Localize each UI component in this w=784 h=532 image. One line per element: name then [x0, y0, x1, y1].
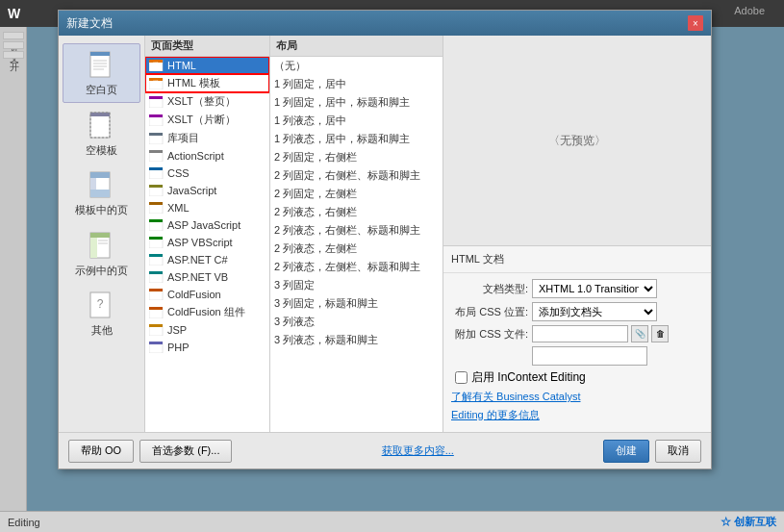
page-type-asp-vbs-label: ASP VBScript: [167, 237, 233, 248]
html-template-file-icon: HTML: [149, 78, 164, 89]
attach-css-browse-button[interactable]: 📎: [631, 325, 648, 342]
layout-list[interactable]: （无） 1 列固定，居中 1 列固定，居中，标题和脚主 1 列液态，居中 1 列…: [270, 57, 443, 432]
layout-3col-fixed[interactable]: 3 列固定: [270, 276, 443, 294]
status-logo: ☆ 创新互联: [721, 515, 776, 529]
editing-link[interactable]: Editing 的更多信息: [451, 408, 540, 422]
layout-1col-fluid-center-hf[interactable]: 1 列液态，居中，标题和脚主: [270, 130, 443, 148]
page-type-asp-js-label: ASP JavaScript: [167, 219, 240, 231]
incontext-label: 启用 InContext Editing: [471, 369, 586, 386]
doc-type-row: 文档类型: XHTML 1.0 Transitional: [451, 279, 703, 298]
layout-2col-fluid-right-hf-label: 2 列液态，右侧栏、标题和脚主: [274, 223, 420, 238]
svg-rect-15: [90, 238, 97, 258]
attach-css-field-row: [451, 346, 703, 366]
sidebar-doc[interactable]: 文: [3, 41, 24, 49]
layout-css-select[interactable]: 添加到文档头: [532, 302, 657, 321]
page-type-html[interactable]: HTML HTML: [145, 57, 269, 74]
layout-3col-fixed-hf[interactable]: 3 列固定，标题和脚主: [270, 294, 443, 313]
blank-template-icon: [87, 111, 117, 141]
page-type-actionscript[interactable]: ActionScript: [145, 147, 269, 165]
page-type-aspnet-vb[interactable]: ASP.NET VB: [145, 268, 269, 286]
attach-css-path-input[interactable]: [532, 346, 647, 366]
create-button[interactable]: 创建: [603, 440, 649, 463]
svg-rect-47: [149, 271, 163, 274]
doc-type-select[interactable]: XHTML 1.0 Transitional: [532, 279, 657, 298]
doc-info: HTML 文档: [443, 246, 711, 273]
page-type-coldfusion[interactable]: ColdFusion: [145, 286, 269, 303]
blank-template-label: 空模板: [86, 144, 117, 157]
page-type-jsp[interactable]: JSP: [145, 321, 269, 339]
layout-3col-fluid[interactable]: 3 列液态: [270, 313, 443, 331]
layout-2col-fixed-left[interactable]: 2 列固定，左侧栏: [270, 185, 443, 203]
page-type-html-label: HTML: [167, 60, 196, 71]
category-template-page[interactable]: 模板中的页: [63, 165, 140, 222]
svg-rect-27: [149, 96, 163, 99]
page-type-library-label: 库项目: [167, 131, 199, 145]
layout-1col-fluid-center-label: 1 列液态，居中: [274, 114, 346, 128]
page-type-javascript[interactable]: JavaScript: [145, 182, 269, 199]
layout-2col-fluid-left[interactable]: 2 列液态，左侧栏: [270, 240, 443, 258]
layout-none-label: （无）: [274, 59, 306, 73]
svg-rect-55: [149, 342, 163, 344]
svg-rect-33: [149, 150, 163, 153]
footer-center: 获取更多内容...: [232, 443, 603, 458]
layout-none[interactable]: （无）: [270, 57, 443, 75]
cf-file-icon: [149, 289, 164, 300]
sidebar-open[interactable]: 开: [3, 51, 24, 59]
cancel-button[interactable]: 取消: [655, 440, 701, 463]
aspnet-vb-file-icon: [149, 271, 164, 283]
attach-css-clear-button[interactable]: 🗑: [651, 325, 669, 342]
help-button[interactable]: 帮助 OO: [68, 440, 134, 463]
svg-rect-29: [149, 114, 163, 117]
sidebar-recent[interactable]: 近: [3, 32, 24, 39]
template-page-icon: [87, 170, 117, 201]
page-type-coldfusion-comp[interactable]: ColdFusion 组件: [145, 303, 269, 321]
get-more-link[interactable]: 获取更多内容...: [382, 444, 454, 456]
page-type-list[interactable]: HTML HTML HTML HTML 模板: [145, 57, 269, 432]
layout-1col-fluid-center[interactable]: 1 列液态，居中: [270, 112, 443, 130]
layout-2col-fluid-left-hf[interactable]: 2 列液态，左侧栏、标题和脚主: [270, 258, 443, 276]
svg-rect-51: [149, 307, 163, 310]
page-type-html-template[interactable]: HTML HTML 模板: [145, 74, 269, 92]
category-blank-page[interactable]: 空白页: [63, 43, 140, 103]
svg-rect-35: [149, 167, 163, 170]
layout-2col-fluid-right[interactable]: 2 列液态，右侧栏: [270, 203, 443, 221]
svg-rect-7: [90, 113, 110, 116]
form-area: 文档类型: XHTML 1.0 Transitional 布局 CSS 位置: …: [443, 273, 711, 432]
layout-1col-fixed-center[interactable]: 1 列固定，居中: [270, 75, 443, 93]
page-type-xslt-whole[interactable]: XSLT（整页）: [145, 92, 269, 111]
page-type-library[interactable]: 库项目: [145, 129, 269, 147]
js-file-icon: [149, 185, 164, 196]
page-type-javascript-label: JavaScript: [167, 185, 216, 196]
page-type-asp-vbs[interactable]: ASP VBScript: [145, 234, 269, 251]
svg-rect-12: [90, 178, 96, 190]
prefs-button[interactable]: 首选参数 (F)...: [139, 440, 232, 463]
page-type-css[interactable]: CSS: [145, 165, 269, 182]
layout-css-row: 布局 CSS 位置: 添加到文档头: [451, 302, 703, 321]
page-type-php[interactable]: PHP: [145, 339, 269, 356]
xml-file-icon: [149, 202, 164, 214]
page-type-actionscript-label: ActionScript: [167, 150, 224, 162]
incontext-checkbox[interactable]: [455, 371, 468, 384]
layout-2col-fixed-right[interactable]: 2 列固定，右侧栏: [270, 148, 443, 166]
page-type-xml-label: XML: [167, 202, 190, 214]
page-type-xslt-fragment[interactable]: XSLT（片断）: [145, 111, 269, 129]
right-panel: 〈无预览〉 HTML 文档 文档类型: XHTML 1.0 Transition…: [443, 36, 711, 432]
attach-css-input[interactable]: [532, 325, 628, 342]
category-blank-template[interactable]: 空模板: [63, 105, 140, 163]
dialog-close-button[interactable]: ×: [688, 15, 703, 31]
sample-page-label: 示例中的页: [75, 265, 128, 277]
page-type-asp-js[interactable]: ASP JavaScript: [145, 216, 269, 234]
svg-text:?: ?: [96, 297, 103, 311]
page-type-aspnet-cs[interactable]: ASP.NET C#: [145, 251, 269, 268]
php-file-icon: [149, 342, 164, 353]
layout-3col-fluid-hf[interactable]: 3 列液态，标题和脚主: [270, 331, 443, 349]
category-other[interactable]: ? 其他: [63, 285, 140, 342]
page-type-xml[interactable]: XML: [145, 199, 269, 216]
footer-left: 帮助 OO 首选参数 (F)...: [68, 440, 232, 463]
layout-2col-fluid-right-hf[interactable]: 2 列液态，右侧栏、标题和脚主: [270, 221, 443, 240]
layout-1col-fixed-center-hf[interactable]: 1 列固定，居中，标题和脚主: [270, 93, 443, 112]
business-catalyst-link[interactable]: 了解有关 Business Catalyst: [451, 390, 580, 404]
layout-2col-fixed-right-hf[interactable]: 2 列固定，右侧栏、标题和脚主: [270, 166, 443, 185]
category-sample-page[interactable]: 示例中的页: [63, 225, 140, 283]
template-page-label: 模板中的页: [75, 204, 128, 216]
